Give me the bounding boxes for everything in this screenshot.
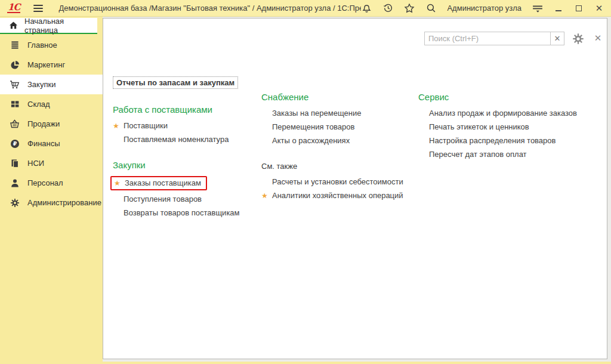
command-entry: ★Поставщики	[113, 121, 253, 131]
command-link[interactable]: Поступления товаров	[113, 194, 253, 204]
current-user[interactable]: Администратор узла	[447, 4, 521, 13]
command-link[interactable]: Заказы на перемещение	[261, 108, 413, 118]
command-link[interactable]: ★Поставщики	[113, 121, 253, 131]
command-entry: Настройка распределения товаров	[418, 135, 597, 146]
command-link-label: Поставляемая номенклатура	[124, 134, 229, 144]
history-icon[interactable]	[382, 3, 393, 14]
sidebar-item-label: Персонал	[27, 178, 63, 187]
command-link-label: Анализ продаж и формирование заказов	[429, 108, 577, 118]
command-link[interactable]: ★Заказы поставщикам	[112, 178, 201, 188]
1c-logo-icon: 1С	[7, 3, 20, 13]
sidebar-item-3[interactable]: Закупки	[0, 75, 103, 94]
command-link-label: Заказы поставщикам	[125, 178, 201, 188]
group-header: Снабжение	[261, 92, 413, 103]
command-link[interactable]: Настройка распределения товаров	[418, 135, 597, 146]
window-title: Демонстрационная база /Магазин "Бытовая …	[58, 4, 361, 13]
command-link[interactable]: Перемещения товаров	[261, 122, 413, 132]
favorite-star-icon: ★	[261, 192, 272, 199]
gear-icon	[10, 198, 20, 208]
function-column-3: СервисАнализ продаж и формирование заказ…	[418, 76, 597, 159]
favorites-star-icon[interactable]	[404, 3, 415, 14]
command-entry: Анализ продаж и формирование заказов	[418, 108, 597, 118]
group-header: Сервис	[418, 92, 597, 103]
command-link[interactable]: Пересчет дат этапов оплат	[418, 149, 597, 159]
maximize-button[interactable]	[574, 4, 584, 13]
favorite-star-icon: ★	[114, 180, 125, 187]
command-link-label: Аналитики хозяйственных операций	[272, 190, 403, 200]
sidebar-item-4[interactable]: Склад	[0, 94, 103, 114]
sidebar-item-label: Маркетинг	[27, 60, 65, 69]
minimize-button[interactable]	[554, 4, 563, 13]
basket-icon	[10, 119, 20, 129]
panel-settings-gear-icon[interactable]	[572, 33, 584, 45]
command-link[interactable]: Анализ продаж и формирование заказов	[418, 108, 597, 118]
cart-icon	[10, 79, 20, 90]
search-clear-icon[interactable]: ✕	[550, 32, 564, 45]
command-link[interactable]: Возвраты товаров поставщикам	[113, 208, 253, 218]
sidebar-item-5[interactable]: Продажи	[0, 114, 103, 134]
function-column-1: Отчеты по запасам и закупкамРабота с пос…	[113, 76, 253, 218]
command-entry: Печать этикеток и ценников	[418, 122, 597, 132]
sidebar-item-label: НСИ	[27, 159, 44, 168]
command-link[interactable]: Поставляемая номенклатура	[113, 134, 253, 144]
tab-home-label: Начальная страница	[24, 17, 91, 35]
sections-sidebar: ГлавноеМаркетингЗакупкиСкладПродажи₽Фина…	[0, 35, 103, 212]
service-menu-icon[interactable]	[532, 3, 543, 14]
sidebar-item-6[interactable]: ₽Финансы	[0, 134, 103, 153]
command-entry: ★Заказы поставщикам	[113, 176, 253, 190]
sidebar-item-2[interactable]: Маркетинг	[0, 55, 103, 75]
favorite-star-icon: ★	[113, 122, 124, 129]
warehouse-icon	[10, 99, 20, 109]
main-menu-icon[interactable]	[33, 5, 43, 12]
group-header: Работа с поставщиками	[113, 104, 253, 115]
sidebar-item-label: Главное	[27, 41, 57, 50]
sidebar-item-label: Закупки	[27, 80, 55, 89]
command-link-label: Печать этикеток и ценников	[429, 122, 529, 132]
command-link-label: Перемещения товаров	[272, 122, 354, 132]
svg-text:₽: ₽	[13, 140, 17, 147]
global-search-icon[interactable]	[425, 3, 436, 14]
command-entry: Расчеты и установки себестоимости	[261, 177, 413, 187]
search-input[interactable]	[424, 32, 551, 45]
tab-home-page[interactable]: Начальная страница	[0, 18, 97, 34]
sidebar-item-label: Продажи	[27, 119, 60, 128]
command-entry: Пересчет дат этапов оплат	[418, 149, 597, 159]
notifications-bell-icon[interactable]	[361, 3, 372, 14]
annotation-highlight-box: ★Заказы поставщикам	[110, 176, 207, 190]
command-entry: Заказы на перемещение	[261, 108, 413, 118]
sidebar-item-1[interactable]: Главное	[0, 35, 103, 55]
command-entry: Акты о расхождениях	[261, 135, 413, 146]
titlebar: 1С Демонстрационная база /Магазин "Бытов…	[0, 0, 611, 17]
command-entry: Перемещения товаров	[261, 122, 413, 132]
sidebar-item-7[interactable]: НСИ	[0, 153, 103, 173]
see-also-header: См. также	[261, 161, 413, 171]
command-entry: ★Аналитики хозяйственных операций	[261, 190, 413, 200]
pie-icon	[10, 60, 20, 70]
command-link-label: Поступления товаров	[124, 194, 202, 204]
section-functions-panel: ✕ ✕ Отчеты по запасам и закупкамРабота с…	[103, 18, 607, 359]
command-entry: Отчеты по запасам и закупкам	[113, 76, 253, 89]
report-group-command[interactable]: Отчеты по запасам и закупкам	[113, 76, 238, 89]
person-icon	[10, 178, 20, 188]
close-window-button[interactable]: ✕	[594, 4, 604, 13]
command-link[interactable]: Акты о расхождениях	[261, 135, 413, 146]
home-icon	[8, 20, 18, 30]
command-link-label: Возвраты товаров поставщикам	[124, 208, 240, 218]
command-link[interactable]: Расчеты и установки себестоимости	[261, 177, 413, 187]
sidebar-item-label: Склад	[27, 100, 50, 109]
sidebar-item-8[interactable]: Персонал	[0, 173, 103, 193]
sidebar-item-9[interactable]: Администрирование	[0, 193, 103, 212]
command-entry: Поступления товаров	[113, 194, 253, 204]
command-link-label: Расчеты и установки себестоимости	[272, 177, 403, 187]
command-link[interactable]: ★Аналитики хозяйственных операций	[261, 190, 413, 200]
command-link-label: Пересчет дат этапов оплат	[429, 149, 527, 159]
command-link[interactable]: Печать этикеток и ценников	[418, 122, 597, 132]
command-entry: Поставляемая номенклатура	[113, 134, 253, 144]
command-link-label: Настройка распределения товаров	[429, 135, 556, 146]
sections-icon	[10, 40, 20, 50]
command-link-label: Поставщики	[124, 121, 168, 131]
panel-close-icon[interactable]: ✕	[593, 33, 603, 44]
function-column-2: СнабжениеЗаказы на перемещениеПеремещени…	[261, 76, 413, 200]
command-link-label: Заказы на перемещение	[272, 108, 361, 118]
ruble-icon: ₽	[10, 138, 20, 149]
